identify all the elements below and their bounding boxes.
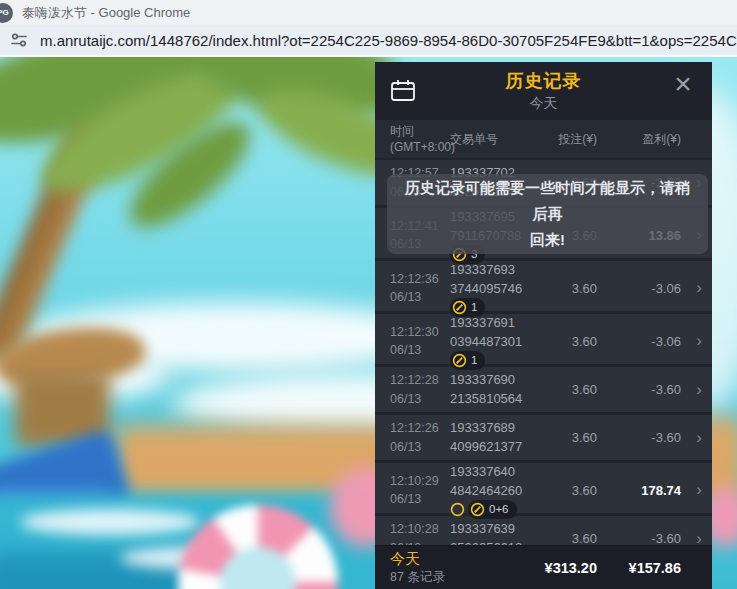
table-header: 时间 (GMT+8:00) 交易单号 投注(¥) 盈利(¥)	[375, 120, 712, 160]
row-order: 193337691 0394487301 1	[450, 314, 540, 369]
history-row[interactable]: 12:12:36 06/13 193337693 3744095746 1 3.…	[375, 261, 712, 311]
close-icon[interactable]: ×	[666, 68, 700, 102]
row-profit: 178.74	[597, 483, 681, 498]
row-order: 193337693 3744095746 1	[450, 261, 540, 316]
chevron-right-icon: ›	[681, 331, 704, 351]
window-title: 泰嗨泼水节 - Google Chrome	[22, 4, 190, 22]
browser-window: PG 泰嗨泼水节 - Google Chrome m.anrutaijc.com…	[0, 0, 737, 589]
row-profit: -3.60	[597, 430, 681, 445]
history-row[interactable]: 12:12:30 06/13 193337691 0394487301 1 3.…	[375, 314, 712, 364]
row-bet: 3.60	[540, 334, 597, 349]
loading-toast: 历史记录可能需要一些时间才能显示，请稍后再 回来!	[387, 174, 708, 254]
history-rows: 12:12:57 06/13 193337702 2826911747 3.60…	[375, 160, 712, 545]
badge-group: 0+6	[450, 502, 540, 518]
gauge-icon	[452, 353, 467, 368]
row-bet: 3.60	[540, 430, 597, 445]
chevron-right-icon: ›	[681, 428, 704, 448]
gauge-icon	[452, 300, 467, 315]
panel-header: 历史记录 今天 ×	[375, 62, 712, 120]
row-order: 193337689 4099621377	[450, 419, 540, 457]
round-badge	[450, 502, 465, 517]
badge-label: 1	[471, 352, 477, 369]
history-row[interactable]: 12:10:28 06/13 193337639 6596356612 3.60…	[375, 516, 712, 545]
row-profit: -3.06	[597, 334, 681, 349]
history-row[interactable]: 12:12:26 06/13 193337689 4099621377 3.60…	[375, 415, 712, 460]
address-bar[interactable]: m.anrutaijc.com/1448762/index.html?ot=22…	[0, 25, 737, 57]
summary-day-label: 今天	[390, 549, 540, 569]
chevron-right-icon: ›	[681, 278, 704, 298]
column-header-order: 交易单号	[450, 131, 540, 148]
toast-line2: 回来!	[530, 227, 565, 253]
row-bet: 3.60	[540, 483, 597, 498]
toast-line1: 历史记录可能需要一些时间才能显示，请稍后再	[401, 175, 694, 228]
summary-footer: 今天 87 条记录 ¥313.20 ¥157.86	[375, 545, 712, 589]
row-time: 12:10:29 06/13	[390, 472, 450, 510]
summary-bet-total: ¥313.20	[540, 560, 597, 576]
row-bet: 3.60	[540, 531, 597, 545]
badge-group: 1	[450, 353, 540, 369]
panel-title: 历史记录	[375, 69, 712, 93]
summary-profit-total: ¥157.86	[597, 560, 681, 576]
row-profit: -3.60	[597, 382, 681, 397]
chevron-right-icon: ›	[681, 529, 704, 546]
row-order: 193337690 2135810564	[450, 371, 540, 409]
panel-title-block: 历史记录 今天	[375, 69, 712, 113]
badge-label: 0+6	[489, 501, 509, 518]
ring-icon	[450, 502, 465, 517]
tune-icon[interactable]	[10, 31, 28, 49]
row-bet: 3.60	[540, 382, 597, 397]
page-background: 历史记录 今天 × 时间 (GMT+8:00) 交易单号 投注(¥) 盈利(¥)…	[0, 57, 737, 589]
column-header-bet: 投注(¥)	[540, 131, 597, 148]
row-time: 12:12:30 06/13	[390, 323, 450, 361]
row-profit: -3.06	[597, 281, 681, 296]
summary-record-count: 87 条记录	[390, 569, 540, 586]
row-bet: 3.60	[540, 281, 597, 296]
history-row[interactable]: 12:10:29 06/13 193337640 4842464260 0+6 …	[375, 463, 712, 513]
row-profit: -3.60	[597, 531, 681, 545]
round-count-badge: 0+6	[468, 500, 517, 519]
row-time: 12:12:26 06/13	[390, 419, 450, 457]
row-time: 12:12:28 06/13	[390, 371, 450, 409]
round-count-badge: 1	[450, 351, 485, 370]
chevron-right-icon: ›	[681, 480, 704, 500]
url-text[interactable]: m.anrutaijc.com/1448762/index.html?ot=22…	[40, 32, 737, 49]
water-foam	[20, 509, 200, 535]
panel-subtitle: 今天	[375, 95, 712, 113]
history-row[interactable]: 12:12:28 06/13 193337690 2135810564 3.60…	[375, 367, 712, 412]
chevron-right-icon: ›	[681, 380, 704, 400]
row-order: 193337640 4842464260 0+6	[450, 463, 540, 518]
window-titlebar: PG 泰嗨泼水节 - Google Chrome	[0, 0, 737, 25]
column-header-time: 时间 (GMT+8:00)	[390, 123, 450, 155]
summary-label-block: 今天 87 条记录	[390, 549, 540, 586]
row-order: 193337639 6596356612	[450, 520, 540, 545]
site-favicon: PG	[0, 3, 13, 23]
history-panel: 历史记录 今天 × 时间 (GMT+8:00) 交易单号 投注(¥) 盈利(¥)…	[375, 62, 712, 589]
column-header-profit: 盈利(¥)	[597, 131, 681, 148]
gauge-icon	[470, 502, 485, 517]
row-time: 12:10:28 06/13	[390, 520, 450, 545]
row-time: 12:12:36 06/13	[390, 270, 450, 308]
